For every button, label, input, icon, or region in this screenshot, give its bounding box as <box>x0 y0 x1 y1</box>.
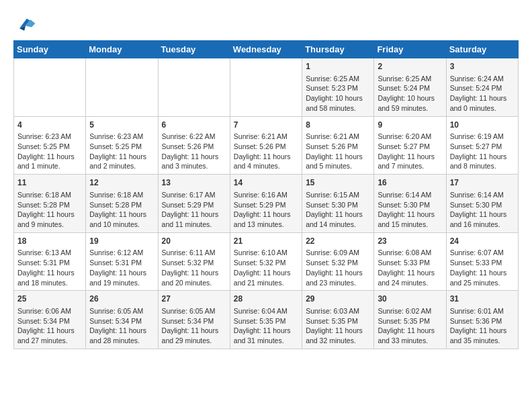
day-info-line: Sunrise: 6:07 AM <box>450 248 515 258</box>
day-info-line: Sunrise: 6:25 AM <box>306 74 370 84</box>
day-number: 8 <box>306 120 370 131</box>
day-info-line: Sunset: 5:26 PM <box>306 142 370 152</box>
day-info-line: Sunrise: 6:21 AM <box>234 132 298 142</box>
calendar-cell: 8Sunrise: 6:21 AMSunset: 5:26 PMDaylight… <box>302 116 374 175</box>
day-info-line: Sunset: 5:32 PM <box>162 258 226 268</box>
day-info-line: Sunrise: 6:12 AM <box>89 248 154 258</box>
calendar-cell: 3Sunrise: 6:24 AMSunset: 5:24 PMDaylight… <box>446 58 518 117</box>
day-number: 27 <box>162 293 226 305</box>
calendar-cell: 19Sunrise: 6:12 AMSunset: 5:31 PMDayligh… <box>86 232 158 291</box>
day-info-line: Sunrise: 6:22 AM <box>162 132 226 142</box>
day-info-line: Daylight: 11 hours and 29 minutes. <box>162 326 226 345</box>
calendar-cell: 2Sunrise: 6:25 AMSunset: 5:24 PMDaylight… <box>374 58 446 117</box>
day-info-line: Sunset: 5:26 PM <box>162 142 226 152</box>
day-info-line: Daylight: 11 hours and 11 minutes. <box>162 210 226 229</box>
day-number: 17 <box>450 177 515 189</box>
day-info-line: Sunrise: 6:16 AM <box>234 190 298 200</box>
day-info-line: Daylight: 11 hours and 35 minutes. <box>450 326 515 345</box>
calendar-cell: 12Sunrise: 6:18 AMSunset: 5:28 PMDayligh… <box>86 175 158 233</box>
day-number: 20 <box>162 236 226 247</box>
day-number: 13 <box>162 177 226 189</box>
calendar-cell: 30Sunrise: 6:02 AMSunset: 5:35 PMDayligh… <box>374 291 446 349</box>
day-number: 3 <box>450 61 515 73</box>
day-info-line: Sunrise: 6:09 AM <box>306 248 370 258</box>
calendar-week-3: 11Sunrise: 6:18 AMSunset: 5:28 PMDayligh… <box>14 175 519 233</box>
day-info-line: Sunrise: 6:17 AM <box>162 190 226 200</box>
day-info-line: Sunset: 5:26 PM <box>234 142 298 152</box>
day-info-line: Sunrise: 6:14 AM <box>378 190 442 200</box>
day-info-line: Daylight: 11 hours and 2 minutes. <box>89 152 154 171</box>
day-info-line: Daylight: 11 hours and 18 minutes. <box>17 268 82 287</box>
day-info-line: Daylight: 11 hours and 7 minutes. <box>378 152 442 171</box>
day-info-line: Daylight: 11 hours and 0 minutes. <box>450 93 515 113</box>
day-number: 18 <box>17 236 82 247</box>
weekday-thursday: Thursday <box>302 41 374 58</box>
day-number: 28 <box>234 293 298 305</box>
day-info-line: Daylight: 11 hours and 33 minutes. <box>378 326 442 345</box>
day-info-line: Sunrise: 6:23 AM <box>89 132 154 142</box>
day-info-line: Sunset: 5:27 PM <box>450 142 515 152</box>
day-info-line: Sunset: 5:32 PM <box>306 258 370 268</box>
day-info-line: Sunset: 5:34 PM <box>17 316 82 326</box>
day-info-line: Sunrise: 6:01 AM <box>450 306 515 316</box>
day-number: 22 <box>306 236 370 247</box>
day-info-line: Sunrise: 6:05 AM <box>162 306 226 316</box>
calendar-cell: 5Sunrise: 6:23 AMSunset: 5:25 PMDaylight… <box>86 116 158 175</box>
calendar-cell: 1Sunrise: 6:25 AMSunset: 5:23 PMDaylight… <box>302 58 374 117</box>
day-info-line: Sunset: 5:33 PM <box>378 258 442 268</box>
day-info-line: Sunset: 5:30 PM <box>450 200 515 210</box>
day-number: 19 <box>89 236 154 247</box>
day-number: 11 <box>17 177 82 189</box>
day-info-line: Sunrise: 6:04 AM <box>234 306 298 316</box>
day-info-line: Sunrise: 6:18 AM <box>17 190 82 200</box>
day-info-line: Daylight: 11 hours and 27 minutes. <box>17 326 82 345</box>
day-number: 16 <box>378 177 442 189</box>
day-info-line: Sunrise: 6:15 AM <box>306 190 370 200</box>
calendar-cell <box>86 58 158 117</box>
day-number: 4 <box>17 120 82 131</box>
day-number: 25 <box>17 293 82 305</box>
calendar-cell: 14Sunrise: 6:16 AMSunset: 5:29 PMDayligh… <box>230 175 302 233</box>
day-info-line: Daylight: 11 hours and 15 minutes. <box>378 210 442 229</box>
logo <box>13 13 40 34</box>
day-number: 31 <box>450 293 515 305</box>
calendar-cell: 6Sunrise: 6:22 AMSunset: 5:26 PMDaylight… <box>158 116 230 175</box>
calendar-cell <box>14 58 86 117</box>
calendar-cell: 13Sunrise: 6:17 AMSunset: 5:29 PMDayligh… <box>158 175 230 233</box>
day-info-line: Sunrise: 6:19 AM <box>450 132 515 142</box>
calendar-cell <box>230 58 302 117</box>
day-info-line: Sunset: 5:34 PM <box>89 316 154 326</box>
calendar-cell: 24Sunrise: 6:07 AMSunset: 5:33 PMDayligh… <box>446 232 518 291</box>
day-info-line: Daylight: 11 hours and 5 minutes. <box>306 152 370 171</box>
day-info-line: Sunrise: 6:18 AM <box>89 190 154 200</box>
calendar-cell <box>158 58 230 117</box>
calendar-cell: 29Sunrise: 6:03 AMSunset: 5:35 PMDayligh… <box>302 291 374 349</box>
day-info-line: Sunset: 5:24 PM <box>450 83 515 93</box>
calendar-cell: 17Sunrise: 6:14 AMSunset: 5:30 PMDayligh… <box>446 175 518 233</box>
calendar-body: 1Sunrise: 6:25 AMSunset: 5:23 PMDaylight… <box>14 58 519 349</box>
calendar-cell: 9Sunrise: 6:20 AMSunset: 5:27 PMDaylight… <box>374 116 446 175</box>
page-header <box>13 13 519 34</box>
day-info-line: Sunset: 5:23 PM <box>306 83 370 93</box>
weekday-tuesday: Tuesday <box>158 41 230 58</box>
day-info-line: Daylight: 10 hours and 59 minutes. <box>378 93 442 113</box>
day-info-line: Sunrise: 6:21 AM <box>306 132 370 142</box>
day-number: 29 <box>306 293 370 305</box>
weekday-monday: Monday <box>86 41 158 58</box>
day-info-line: Sunset: 5:25 PM <box>89 142 154 152</box>
day-info-line: Daylight: 11 hours and 16 minutes. <box>450 210 515 229</box>
day-info-line: Sunset: 5:29 PM <box>234 200 298 210</box>
day-info-line: Sunset: 5:25 PM <box>17 142 82 152</box>
day-number: 23 <box>378 236 442 247</box>
day-number: 6 <box>162 120 226 131</box>
day-info-line: Sunset: 5:32 PM <box>234 258 298 268</box>
calendar-cell: 23Sunrise: 6:08 AMSunset: 5:33 PMDayligh… <box>374 232 446 291</box>
day-number: 10 <box>450 120 515 131</box>
day-info-line: Sunrise: 6:20 AM <box>378 132 442 142</box>
calendar-week-2: 4Sunrise: 6:23 AMSunset: 5:25 PMDaylight… <box>14 116 519 175</box>
day-number: 7 <box>234 120 298 131</box>
weekday-wednesday: Wednesday <box>230 41 302 58</box>
day-info-line: Sunset: 5:34 PM <box>162 316 226 326</box>
day-info-line: Sunset: 5:33 PM <box>450 258 515 268</box>
day-info-line: Daylight: 11 hours and 28 minutes. <box>89 326 154 345</box>
